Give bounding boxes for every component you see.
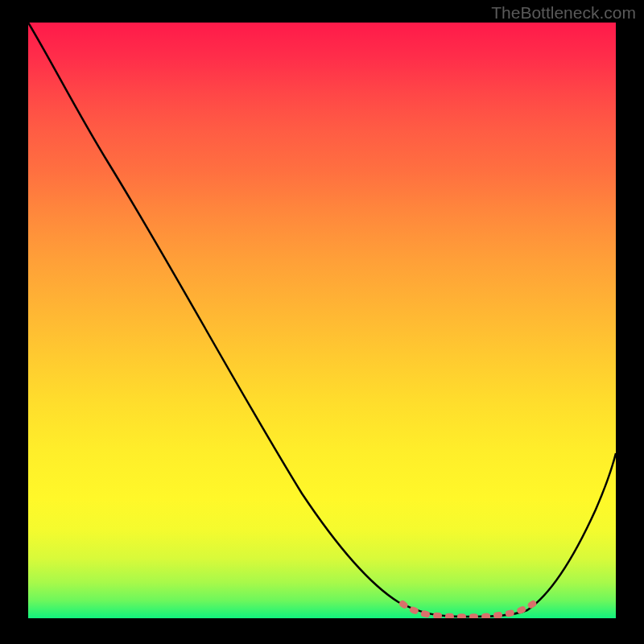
chart-plot-area [28, 23, 616, 618]
chart-svg [28, 23, 616, 618]
watermark-text: TheBottleneck.com [491, 3, 636, 23]
bottleneck-curve [28, 23, 616, 617]
optimal-range-marker [402, 602, 535, 617]
